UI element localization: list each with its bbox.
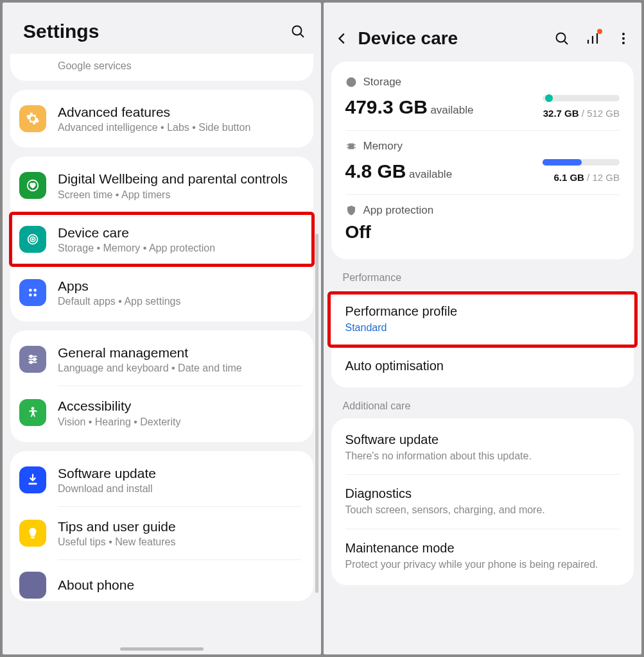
item-title: Diagnostics [345, 486, 620, 501]
list-item-tips[interactable]: Tips and user guide Useful tips • New fe… [10, 507, 313, 559]
svg-point-7 [33, 289, 37, 292]
svg-point-17 [557, 33, 566, 42]
item-title: About phone [58, 577, 302, 593]
svg-point-5 [32, 239, 33, 240]
device-care-content[interactable]: Storage 479.3 GB available 32.7 GB / 512… [324, 62, 642, 654]
svg-line-1 [300, 34, 304, 37]
settings-list[interactable]: Google services Advanced features Advanc… [3, 54, 321, 654]
sliders-icon [19, 346, 46, 373]
card-advanced: Advanced features Advanced intelligence … [10, 90, 313, 148]
list-item-apps[interactable]: Apps Default apps • App settings [10, 266, 313, 319]
storage-value: 479.3 GB [345, 96, 428, 117]
device-care-icon [19, 226, 46, 253]
back-icon[interactable] [335, 31, 349, 46]
device-care-panel: Device care Storage 479.3 GB available 3… [324, 3, 642, 654]
item-title: Performance profile [345, 304, 620, 319]
memory-value: 4.8 GB [345, 160, 406, 182]
item-title: Accessibility [58, 398, 302, 414]
svg-point-14 [33, 358, 36, 361]
heart-icon [19, 172, 46, 199]
auto-optimisation-row[interactable]: Auto optimisation [331, 347, 634, 385]
item-value: Standard [345, 321, 620, 335]
list-item-general[interactable]: General management Language and keyboard… [10, 333, 313, 386]
device-care-header: Device care [324, 3, 642, 62]
list-item[interactable]: Google services [10, 56, 313, 78]
page-title: Settings [23, 21, 99, 42]
memory-row[interactable]: Memory 4.8 GB available 6.1 GB / 12 GB [345, 131, 620, 195]
card-general: General management Language and keyboard… [10, 330, 313, 442]
home-indicator[interactable] [120, 647, 204, 651]
maintenance-mode-row[interactable]: Maintenance mode Protect your privacy wh… [331, 529, 634, 583]
svg-line-18 [564, 41, 568, 44]
chart-icon[interactable] [585, 31, 600, 46]
list-item-about[interactable]: About phone [10, 560, 313, 599]
performance-card: Performance profile Standard Auto optimi… [331, 290, 634, 388]
list-item-advanced[interactable]: Advanced features Advanced intelligence … [10, 92, 313, 145]
svg-point-24 [622, 42, 625, 44]
page-title: Device care [358, 28, 539, 49]
settings-panel: Settings Google services Advanced featur… [3, 3, 321, 654]
notification-dot [597, 29, 602, 34]
item-sub: Vision • Hearing • Dexterity [58, 416, 302, 428]
svg-point-15 [30, 361, 32, 364]
software-update-row[interactable]: Software update There's no information a… [331, 421, 634, 475]
svg-point-6 [29, 289, 32, 292]
performance-profile-row[interactable]: Performance profile Standard [329, 293, 637, 346]
item-sub: Language and keyboard • Date and time [58, 363, 302, 374]
app-protection-state: Off [345, 222, 620, 243]
item-sub: Storage • Memory • App protection [58, 243, 302, 254]
list-item-software-update[interactable]: Software update Download and install [10, 454, 313, 506]
memory-bar [543, 159, 620, 166]
lightbulb-icon [19, 520, 46, 547]
svg-point-13 [30, 355, 32, 358]
pie-icon [345, 76, 357, 88]
accessibility-icon [19, 399, 46, 426]
item-title: Software update [58, 465, 302, 482]
download-icon [19, 466, 46, 493]
app-protection-label: App protection [345, 204, 620, 217]
item-sub: Download and install [58, 483, 302, 495]
search-icon[interactable] [290, 24, 306, 39]
item-title: Maintenance mode [345, 541, 620, 556]
card-partial: Google services [10, 54, 313, 81]
item-sub: Protect your privacy while your phone is… [345, 558, 620, 572]
list-item-wellbeing[interactable]: Digital Wellbeing and parental controls … [10, 159, 313, 212]
item-sub: Touch screen, sensors, charging, and mor… [345, 503, 620, 517]
item-title: Digital Wellbeing and parental controls [58, 171, 302, 187]
item-title: Software update [345, 432, 620, 447]
item-sub: Default apps • App settings [58, 296, 302, 307]
search-icon[interactable] [554, 31, 570, 46]
item-sub: Useful tips • New features [58, 536, 302, 548]
storage-used: 32.7 GB / 512 GB [543, 108, 620, 119]
item-title: Advanced features [58, 104, 302, 121]
stats-card: Storage 479.3 GB available 32.7 GB / 512… [331, 62, 634, 259]
app-protection-row[interactable]: App protection Off [345, 195, 620, 254]
svg-point-16 [31, 407, 35, 411]
item-title: Device care [58, 225, 302, 241]
item-sub: Advanced intelligence • Labs • Side butt… [58, 122, 302, 133]
svg-point-23 [622, 37, 625, 40]
item-title: Tips and user guide [58, 518, 302, 535]
list-item-accessibility[interactable]: Accessibility Vision • Hearing • Dexteri… [10, 386, 313, 439]
item-sub: Google services [58, 60, 302, 72]
more-icon[interactable] [616, 31, 631, 46]
svg-point-22 [622, 33, 625, 35]
info-icon [19, 572, 46, 599]
performance-section-label: Performance [324, 268, 642, 290]
shield-icon [345, 205, 357, 216]
diagnostics-row[interactable]: Diagnostics Touch screen, sensors, charg… [331, 475, 634, 529]
chip-icon [345, 141, 357, 152]
svg-point-8 [29, 293, 32, 296]
item-sub: Screen time • App timers [58, 189, 302, 201]
item-title: Apps [58, 278, 302, 294]
storage-row[interactable]: Storage 479.3 GB available 32.7 GB / 512… [345, 67, 620, 131]
storage-label: Storage [345, 76, 620, 89]
additional-card: Software update There's no information a… [331, 418, 634, 586]
memory-used: 6.1 GB / 12 GB [543, 172, 620, 183]
svg-point-9 [33, 293, 37, 296]
scrollbar[interactable] [315, 234, 318, 593]
apps-icon [19, 279, 46, 306]
card-wellbeing: Digital Wellbeing and parental controls … [10, 157, 313, 321]
list-item-device-care[interactable]: Device care Storage • Memory • App prote… [10, 213, 313, 266]
settings-header: Settings [3, 3, 321, 54]
